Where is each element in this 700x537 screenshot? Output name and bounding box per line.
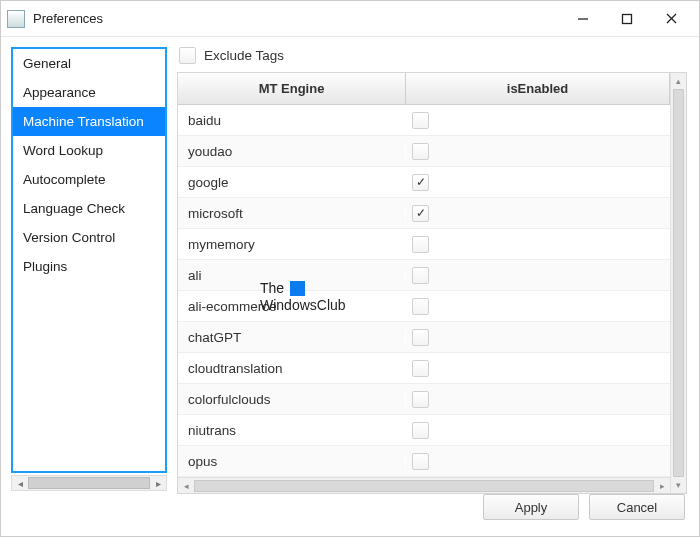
enabled-checkbox[interactable] <box>412 329 429 346</box>
sidebar-item-machine-translation[interactable]: Machine Translation <box>13 107 165 136</box>
table-row[interactable]: cloudtranslation <box>178 353 670 384</box>
enabled-cell <box>406 298 670 315</box>
column-mt-engine[interactable]: MT Engine <box>178 73 406 104</box>
table-row[interactable]: microsoft✓ <box>178 198 670 229</box>
engine-name: niutrans <box>178 423 406 438</box>
table-row[interactable]: youdao <box>178 136 670 167</box>
enabled-cell <box>406 236 670 253</box>
scroll-thumb[interactable] <box>194 480 654 492</box>
enabled-checkbox[interactable] <box>412 267 429 284</box>
exclude-tags-checkbox[interactable] <box>179 47 196 64</box>
enabled-cell <box>406 360 670 377</box>
exclude-tags-label: Exclude Tags <box>204 48 284 63</box>
table-row[interactable]: niutrans <box>178 415 670 446</box>
sidebar-item-appearance[interactable]: Appearance <box>13 78 165 107</box>
engine-name: ali <box>178 268 406 283</box>
enabled-checkbox[interactable] <box>412 360 429 377</box>
apply-button[interactable]: Apply <box>483 494 579 520</box>
scroll-up-icon[interactable]: ▴ <box>671 73 686 89</box>
sidebar-item-word-lookup[interactable]: Word Lookup <box>13 136 165 165</box>
sidebar-item-plugins[interactable]: Plugins <box>13 252 165 281</box>
window-title: Preferences <box>33 11 103 26</box>
close-button[interactable] <box>649 4 693 34</box>
table-row[interactable]: ali <box>178 260 670 291</box>
enabled-cell: ✓ <box>406 174 670 191</box>
enabled-checkbox[interactable] <box>412 422 429 439</box>
table-row[interactable]: colorfulclouds <box>178 384 670 415</box>
enabled-cell <box>406 267 670 284</box>
minimize-button[interactable] <box>561 4 605 34</box>
table-row[interactable]: opus <box>178 446 670 477</box>
scroll-right-icon[interactable]: ▸ <box>654 481 670 491</box>
sidebar-item-autocomplete[interactable]: Autocomplete <box>13 165 165 194</box>
app-icon <box>7 10 25 28</box>
table-hscrollbar[interactable]: ◂ ▸ <box>178 477 670 493</box>
enabled-cell <box>406 453 670 470</box>
scroll-left-icon[interactable]: ◂ <box>12 478 28 489</box>
enabled-cell: ✓ <box>406 205 670 222</box>
engine-name: cloudtranslation <box>178 361 406 376</box>
engine-name: opus <box>178 454 406 469</box>
enabled-checkbox[interactable] <box>412 298 429 315</box>
table-row[interactable]: chatGPT <box>178 322 670 353</box>
maximize-button[interactable] <box>605 4 649 34</box>
titlebar: Preferences <box>1 1 699 37</box>
mt-engine-table: MT Engine isEnabled baiduyoudaogoogle✓mi… <box>177 72 687 494</box>
enabled-cell <box>406 112 670 129</box>
scroll-down-icon[interactable]: ▾ <box>671 477 686 493</box>
table-row[interactable]: ali-ecommerce <box>178 291 670 322</box>
svg-rect-1 <box>623 14 632 23</box>
column-isenabled[interactable]: isEnabled <box>406 73 670 104</box>
enabled-checkbox[interactable]: ✓ <box>412 174 429 191</box>
enabled-checkbox[interactable] <box>412 236 429 253</box>
enabled-cell <box>406 391 670 408</box>
enabled-checkbox[interactable] <box>412 112 429 129</box>
scroll-right-icon[interactable]: ▸ <box>150 478 166 489</box>
enabled-checkbox[interactable] <box>412 143 429 160</box>
sidebar-hscrollbar[interactable]: ◂ ▸ <box>11 475 167 491</box>
scroll-thumb[interactable] <box>28 477 150 489</box>
cancel-button[interactable]: Cancel <box>589 494 685 520</box>
enabled-checkbox[interactable] <box>412 453 429 470</box>
category-list[interactable]: GeneralAppearanceMachine TranslationWord… <box>11 47 167 473</box>
dialog-footer: Apply Cancel <box>1 497 699 527</box>
engine-name: microsoft <box>178 206 406 221</box>
sidebar-item-general[interactable]: General <box>13 49 165 78</box>
scroll-left-icon[interactable]: ◂ <box>178 481 194 491</box>
enabled-checkbox[interactable]: ✓ <box>412 205 429 222</box>
scroll-thumb[interactable] <box>673 89 684 477</box>
table-row[interactable]: baidu <box>178 105 670 136</box>
table-vscrollbar[interactable]: ▴ ▾ <box>670 73 686 493</box>
table-row[interactable]: google✓ <box>178 167 670 198</box>
engine-name: baidu <box>178 113 406 128</box>
enabled-checkbox[interactable] <box>412 391 429 408</box>
engine-name: ali-ecommerce <box>178 299 406 314</box>
engine-name: youdao <box>178 144 406 159</box>
engine-name: mymemory <box>178 237 406 252</box>
engine-name: chatGPT <box>178 330 406 345</box>
engine-name: colorfulclouds <box>178 392 406 407</box>
exclude-tags-row: Exclude Tags <box>177 47 687 64</box>
enabled-cell <box>406 329 670 346</box>
sidebar-item-version-control[interactable]: Version Control <box>13 223 165 252</box>
enabled-cell <box>406 422 670 439</box>
table-row[interactable]: mymemory <box>178 229 670 260</box>
engine-name: google <box>178 175 406 190</box>
table-header: MT Engine isEnabled <box>178 73 670 105</box>
sidebar-item-language-check[interactable]: Language Check <box>13 194 165 223</box>
enabled-cell <box>406 143 670 160</box>
